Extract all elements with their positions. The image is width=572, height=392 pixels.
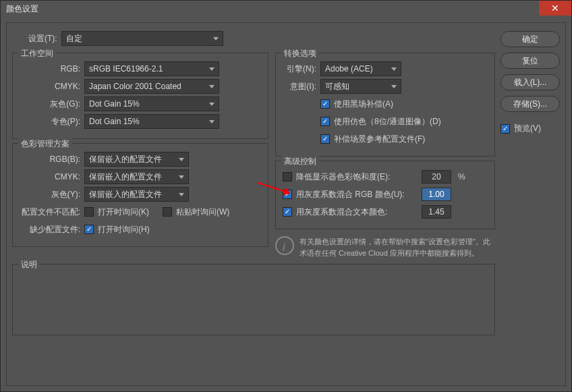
blackpoint-checkbox[interactable] [320, 99, 330, 109]
desat-checkbox[interactable] [283, 172, 292, 181]
reset-button[interactable]: 复位 [500, 53, 560, 69]
open-ask-checkbox[interactable] [84, 207, 94, 217]
advanced-fieldset: 高级控制 降低显示器色彩饱和度(E): 20 % 用灰度系数混合 RGB 颜色(… [275, 161, 495, 229]
info-text: 有关颜色设置的详情，请在帮助中搜索"设置色彩管理"。此术语在任何 Creativ… [299, 236, 495, 258]
blend-text-label[interactable]: 用灰度系数混合文本颜色: [296, 206, 418, 218]
blend-text-input[interactable]: 1.45 [422, 205, 451, 219]
missing-label: 缺少配置文件: [20, 224, 80, 235]
open-ask-label[interactable]: 打开时询问(K) [98, 206, 149, 218]
blackpoint-label[interactable]: 使用黑场补偿(A) [334, 99, 393, 110]
gray-label: 灰色(G): [20, 99, 80, 110]
window-title: 颜色设置 [6, 3, 38, 15]
policy-rgb-label: RGB(B): [20, 155, 80, 164]
open-ask2-label[interactable]: 打开时询问(H) [98, 224, 150, 235]
description-legend: 说明 [18, 259, 40, 271]
policy-gray-label: 灰色(Y): [20, 189, 80, 200]
save-button[interactable]: 存储(S)... [500, 96, 560, 112]
spot-label: 专色(P): [20, 116, 80, 128]
preview-label[interactable]: 预览(V) [514, 123, 541, 134]
dither-label[interactable]: 使用仿色（8位/通道图像）(D) [334, 116, 441, 128]
scene-label[interactable]: 补偿场景参考配置文件(F) [334, 134, 425, 145]
blend-rgb-input[interactable]: 1.00 [422, 188, 451, 201]
scene-checkbox[interactable] [320, 134, 330, 144]
mismatch-label: 配置文件不匹配: [20, 206, 80, 218]
policy-rgb-dropdown[interactable]: 保留嵌入的配置文件 [84, 152, 189, 167]
spot-dropdown[interactable]: Dot Gain 15% [84, 114, 219, 129]
engine-dropdown[interactable]: Adobe (ACE) [320, 61, 401, 76]
policy-cmyk-dropdown[interactable]: 保留嵌入的配置文件 [84, 169, 189, 184]
policy-cmyk-label: CMYK: [20, 172, 80, 181]
description-box: 说明 [12, 264, 495, 335]
advanced-legend: 高级控制 [281, 156, 319, 167]
desat-input[interactable]: 20 [422, 170, 451, 184]
percent-label: % [458, 172, 465, 181]
paste-ask-label[interactable]: 粘贴时询问(W) [176, 206, 229, 218]
info-icon [275, 236, 294, 255]
workspaces-legend: 工作空间 [18, 48, 56, 59]
intent-dropdown[interactable]: 可感知 [320, 79, 401, 94]
conversion-fieldset: 转换选项 引擎(N): Adobe (ACE) 意图(I): 可感知 [275, 53, 495, 157]
load-button[interactable]: 载入(L)... [500, 74, 560, 90]
blend-rgb-checkbox[interactable] [283, 190, 292, 199]
conversion-legend: 转换选项 [281, 48, 319, 59]
rgb-label: RGB: [20, 64, 80, 74]
ok-button[interactable]: 确定 [500, 31, 560, 47]
preview-checkbox[interactable] [500, 124, 510, 134]
policies-fieldset: 色彩管理方案 RGB(B): 保留嵌入的配置文件 CMYK: 保留嵌入的配置文件… [12, 143, 268, 247]
workspaces-fieldset: 工作空间 RGB: sRGB IEC61966-2.1 CMYK: Japan … [12, 53, 268, 139]
paste-ask-checkbox[interactable] [163, 207, 172, 217]
engine-label: 引擎(N): [283, 63, 316, 75]
intent-label: 意图(I): [283, 81, 316, 92]
policies-legend: 色彩管理方案 [18, 138, 72, 150]
desat-label[interactable]: 降低显示器色彩饱和度(E): [296, 171, 418, 183]
dither-checkbox[interactable] [320, 117, 330, 126]
blend-rgb-label[interactable]: 用灰度系数混合 RGB 颜色(U): [296, 189, 418, 200]
rgb-dropdown[interactable]: sRGB IEC61966-2.1 [84, 61, 219, 76]
policy-gray-dropdown[interactable]: 保留嵌入的配置文件 [84, 187, 189, 202]
settings-label: 设置(T): [28, 33, 57, 45]
cmyk-label: CMYK: [20, 82, 80, 91]
cmyk-dropdown[interactable]: Japan Color 2001 Coated [84, 79, 219, 94]
blend-text-checkbox[interactable] [283, 207, 292, 217]
open-ask2-checkbox[interactable] [84, 225, 94, 234]
settings-dropdown[interactable]: 自定 [61, 31, 223, 46]
close-button[interactable] [539, 1, 571, 16]
gray-dropdown[interactable]: Dot Gain 15% [84, 96, 219, 111]
